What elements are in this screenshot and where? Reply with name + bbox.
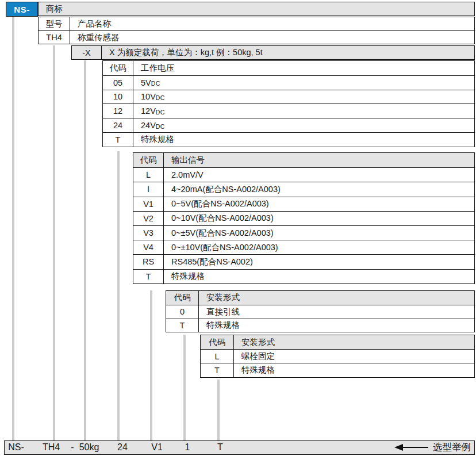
model-label-cell: 产品名称 [70,17,474,30]
working-voltage-table: 代码工作电压055VDC1010VDC1212VDC2424VDCT特殊规格 [102,60,475,147]
example-code-part: 50kg [79,441,99,454]
voltage-row: 1212VDC [103,104,474,118]
signal-label-cell: 输出信号 [164,153,474,167]
signal-code-cell: V3 [133,226,164,240]
example-code-part: NS- [8,441,24,454]
voltage-label-subscript: DC [156,109,165,116]
mount2-label-cell: 螺栓固定 [234,350,474,363]
model-selection-diagram: NS- 商标 型号产品名称TH4称重传感器 -XX 为额定载荷，单位为：kg,t… [0,0,476,456]
brand-row: 商标 [39,2,474,16]
connector-line-prefix [12,17,14,440]
mount2-label-cell: 特殊规格 [234,363,474,377]
brand-label-cell: 商标 [39,2,474,16]
model-code-cell: 型号 [39,17,70,30]
connector-line-capacity [84,60,86,440]
signal-code-cell: V1 [133,197,164,211]
capacity-row: -XX 为额定载荷，单位为：kg,t 例：50kg, 5t [72,46,474,59]
rated-capacity-table: -XX 为额定载荷，单位为：kg,t 例：50kg, 5t [71,45,475,60]
signal-label-cell: 0~10V(配合NS-A002/A003) [164,212,474,225]
mount1-code-cell: 0 [166,305,199,319]
signal-code-cell: 代码 [133,153,164,167]
capacity-code-cell: -X [72,46,102,59]
voltage-label-cell: 工作电压 [133,61,474,75]
voltage-label-subscript: DC [156,123,165,130]
mount1-row: T特殊规格 [166,319,474,332]
example-code-part: 1 [185,441,190,454]
signal-code-cell: I [133,182,164,196]
mount1-code-cell: 代码 [166,291,199,305]
connector-line-signal [150,290,152,440]
model-code-cell: TH4 [39,31,70,44]
signal-label-cell: 0~±5V(配合NS-A002/A003) [164,226,474,240]
capacity-label-cell: X 为额定载荷，单位为：kg,t 例：50kg, 5t [102,46,474,59]
signal-row: L2.0mV/V [133,167,474,182]
mount2-code-cell: 代码 [201,335,234,349]
voltage-code-cell: 24 [103,118,133,132]
signal-row: I4~20mA(配合NS-A002/A003) [133,182,474,196]
voltage-code-cell: 12 [103,104,133,118]
mount2-row: 代码安装形式 [201,335,474,349]
mount2-code-cell: L [201,350,234,363]
connector-line-model [53,45,55,440]
signal-row: V40~±10V(配合NS-A002/A003) [133,240,474,254]
voltage-row: 1010VDC [103,90,474,104]
voltage-row: 代码工作电压 [103,61,474,75]
mount2-code-cell: T [201,363,234,377]
voltage-code-cell: T [103,133,133,147]
voltage-label-cell: 特殊规格 [133,133,474,147]
voltage-label-cell: 12VDC [133,104,474,118]
signal-code-cell: L [133,168,164,182]
voltage-row: T特殊规格 [103,132,474,147]
voltage-label-cell: 24VDC [133,118,474,132]
connector-line-mount1 [183,335,186,440]
voltage-label-subscript: DC [151,80,160,87]
example-arrow: 选型举例 [394,441,471,454]
mount2-row: T特殊规格 [201,363,474,377]
signal-label-cell: RS485(配合NS-A002) [164,255,474,269]
example-code-part: V1 [151,441,163,454]
signal-code-cell: V4 [133,240,164,254]
signal-row: 代码输出信号 [133,153,474,167]
mount1-label-cell: 安装形式 [199,291,474,305]
mounting-form-sub-table: 代码安装形式L螺栓固定T特殊规格 [200,335,475,378]
signal-label-cell: 4~20mA(配合NS-A002/A003) [164,182,474,196]
mount1-label-cell: 特殊规格 [199,319,474,332]
mount1-code-cell: T [166,319,199,332]
voltage-label-cell: 10VDC [133,90,474,104]
voltage-code-cell: 10 [103,90,133,104]
model-name-table: 型号产品名称TH4称重传感器 [38,17,475,44]
connector-line-voltage [117,151,120,440]
mount2-label-cell: 安装形式 [234,335,474,349]
signal-row: V20~10V(配合NS-A002/A003) [133,211,474,225]
example-code-part: T [217,441,223,454]
voltage-label-cell: 5VDC [133,76,474,90]
signal-code-cell: RS [133,255,164,269]
signal-code-cell: V2 [133,212,164,225]
signal-row: V30~±5V(配合NS-A002/A003) [133,225,474,240]
signal-row: RSRS485(配合NS-A002) [133,254,474,269]
connector-line-mount2 [217,380,220,440]
mounting-form-table: 代码安装形式0直接引线T特殊规格 [166,290,475,332]
mount1-row: 0直接引线 [166,305,474,319]
voltage-row: 2424VDC [103,118,474,132]
signal-label-cell: 0~5V(配合NS-A002/A003) [164,197,474,211]
model-row: TH4称重传感器 [39,30,474,44]
signal-label-cell: 0~±10V(配合NS-A002/A003) [164,240,474,254]
example-code-part: TH4 [43,441,60,454]
voltage-code-cell: 05 [103,76,133,90]
signal-row: V10~5V(配合NS-A002/A003) [133,197,474,211]
example-code-part: 24 [117,441,128,454]
signal-row: T特殊规格 [133,269,474,283]
example-arrow-label: 选型举例 [433,441,471,454]
voltage-label-subscript: DC [156,94,165,101]
signal-label-cell: 2.0mV/V [164,168,474,182]
output-signal-table: 代码输出信号L2.0mV/VI4~20mA(配合NS-A002/A003)V10… [133,152,475,284]
voltage-code-cell: 代码 [103,61,133,75]
mount1-row: 代码安装形式 [166,291,474,305]
model-label-cell: 称重传感器 [70,31,474,44]
voltage-row: 055VDC [103,75,474,90]
signal-code-cell: T [133,270,164,283]
arrow-shaft-line [403,447,428,449]
model-row: 型号产品名称 [39,17,474,30]
mount1-label-cell: 直接引线 [199,305,474,319]
